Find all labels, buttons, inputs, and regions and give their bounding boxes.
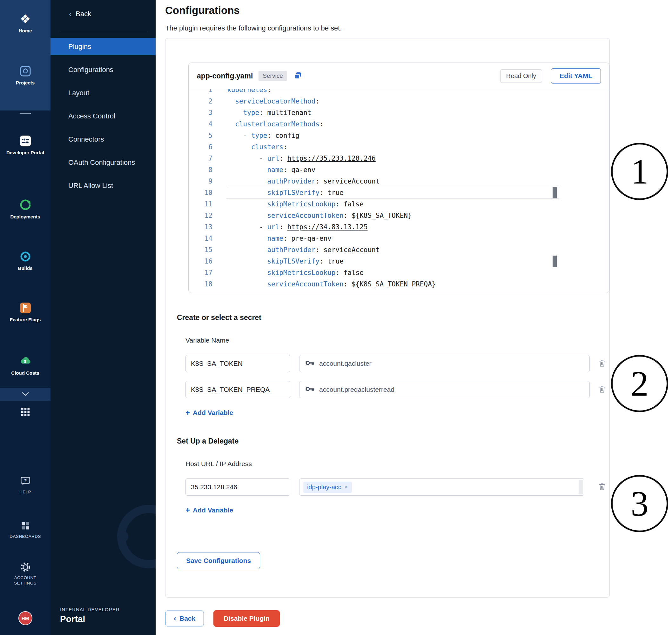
code-line-14[interactable]: 14 name: pre-qa-env [189, 233, 609, 244]
line-number: 4 [189, 118, 213, 130]
code-line-5[interactable]: 5 - type: config [189, 130, 609, 141]
trash-icon [598, 359, 606, 369]
rail-item-builds[interactable]: Builds [0, 249, 50, 271]
host-url-input[interactable] [186, 479, 290, 496]
code-line-12[interactable]: 12 serviceAccountToken: ${K8S_SA_TOKEN} [189, 210, 609, 221]
rail-collapse-strip[interactable] [0, 388, 50, 401]
submenu-item-access-control[interactable]: Access Control [50, 105, 156, 128]
code-line-6[interactable]: 6 clusters: [189, 141, 609, 153]
code-line-8[interactable]: 8 name: qa-env [189, 164, 609, 176]
code-editor[interactable]: 1kubernetes:2 serviceLocatorMethod:3 typ… [189, 89, 609, 293]
code-line-16[interactable]: 16 skipTLSVerify: true [189, 256, 609, 267]
code-line-2[interactable]: 2 serviceLocatorMethod: [189, 95, 609, 107]
rail-item-label: Projects [0, 80, 50, 86]
submenu-divider [60, 32, 148, 32]
service-badge: Service [259, 71, 287, 81]
main-content: Configurations The plugin requires the f… [156, 0, 672, 635]
configurations-card: app-config.yaml Service Read Only Edit Y… [165, 38, 610, 597]
submenu-item-plugins[interactable]: Plugins [50, 35, 156, 58]
copy-button[interactable] [294, 71, 302, 81]
delegate-tags-field[interactable]: idp-play-acc× [299, 479, 584, 496]
code-line-4[interactable]: 4 clusterLocatorMethods: [189, 118, 609, 130]
svg-text:?: ? [24, 478, 27, 483]
rail-item-label: Feature Flags [0, 317, 50, 323]
line-number: 6 [189, 141, 213, 153]
code-line-3[interactable]: 3 type: multiTenant [189, 107, 609, 118]
apps-grid-icon[interactable] [0, 408, 50, 416]
chevron-left-icon: ‹ [69, 9, 72, 18]
secret-selector[interactable]: account.qacluster [299, 355, 590, 372]
rail-item-home[interactable]: ❖Home [0, 12, 50, 34]
code-text: - url: https://34.83.13.125 [213, 221, 368, 233]
rail-item-dashboards[interactable]: DASHBOARDS [0, 518, 50, 540]
code-text: name: qa-env [213, 164, 316, 176]
line-number: 1 [189, 89, 213, 95]
harness-logo-icon: ❖ [0, 12, 50, 27]
edit-yaml-button[interactable]: Edit YAML [551, 68, 601, 84]
builds-icon [0, 249, 50, 264]
submenu-item-connectors[interactable]: Connectors [50, 128, 156, 151]
submenu-item-configurations[interactable]: Configurations [50, 58, 156, 81]
line-number: 9 [189, 176, 213, 187]
code-line-7[interactable]: 7 - url: https://35.233.128.246 [189, 153, 609, 164]
back-nav[interactable]: ‹ Back [69, 9, 91, 18]
dashboards-icon [0, 518, 50, 533]
delete-row-button[interactable] [597, 384, 608, 396]
code-line-1[interactable]: 1kubernetes: [189, 89, 609, 95]
add-variable-label: Add Variable [193, 506, 233, 514]
plus-icon: + [186, 506, 190, 514]
tag-chip[interactable]: idp-play-acc× [303, 482, 352, 493]
code-text: authProvider: serviceAccount [213, 244, 380, 256]
user-avatar[interactable]: HM [18, 611, 32, 625]
code-line-9[interactable]: 9 authProvider: serviceAccount [189, 176, 609, 187]
chevron-left-icon: ‹ [174, 615, 176, 622]
code-text: clusterLocatorMethods: [213, 118, 323, 130]
rail-item-cloud-costs[interactable]: $Cloud Costs [0, 354, 50, 376]
add-variable-link[interactable]: + Add Variable [186, 506, 233, 514]
code-text: skipMetricsLookup: false [213, 198, 364, 210]
back-button[interactable]: ‹ Back [165, 611, 204, 627]
rail-item-label: DASHBOARDS [0, 534, 50, 540]
rail-item-label: ACCOUNT SETTINGS [0, 575, 50, 586]
rail-item-label: Deployments [0, 214, 50, 220]
code-line-18[interactable]: 18 serviceAccountToken: ${K8S_SA_TOKEN_P… [189, 279, 609, 290]
code-text: name: pre-qa-env [213, 233, 331, 244]
rail-item-account-settings[interactable]: ACCOUNT SETTINGS [0, 560, 50, 586]
save-configurations-button[interactable]: Save Configurations [177, 552, 260, 569]
rail-item-help[interactable]: ?HELP [0, 474, 50, 495]
code-line-15[interactable]: 15 authProvider: serviceAccount [189, 244, 609, 256]
rail-item-feature-flags[interactable]: Feature Flags [0, 300, 50, 323]
scrollbar-mark[interactable] [552, 256, 557, 267]
code-line-11[interactable]: 11 skipMetricsLookup: false [189, 198, 609, 210]
code-line-13[interactable]: 13 - url: https://34.83.13.125 [189, 221, 609, 233]
line-number: 16 [189, 256, 213, 267]
code-line-10[interactable]: 10 skipTLSVerify: true [189, 187, 609, 198]
delete-row-button[interactable] [597, 357, 608, 370]
submenu-item-url-allow-list[interactable]: URL Allow List [50, 174, 156, 197]
submenu-item-layout[interactable]: Layout [50, 81, 156, 105]
line-number: 11 [189, 198, 213, 210]
disable-plugin-button[interactable]: Disable Plugin [213, 610, 280, 627]
remove-tag-icon[interactable]: × [345, 484, 348, 490]
secret-selector[interactable]: account.preqaclusterread [299, 381, 590, 398]
footer-actions: ‹ Back Disable Plugin [165, 610, 280, 627]
rail-item-developer-portal[interactable]: Developer Portal [0, 133, 50, 156]
delete-row-button[interactable] [597, 481, 608, 494]
code-text: clusters: [213, 141, 287, 153]
scrollbar-mark[interactable] [552, 187, 557, 198]
developer-portal-icon [0, 133, 50, 149]
rail-item-deployments[interactable]: Deployments [0, 197, 50, 220]
line-number: 10 [189, 187, 213, 198]
key-icon [305, 359, 315, 368]
code-line-17[interactable]: 17 skipMetricsLookup: false [189, 267, 609, 279]
rail-item-projects[interactable]: Projects [0, 64, 50, 86]
plus-icon: + [186, 409, 190, 417]
rail-item-label: HELP [0, 489, 50, 495]
add-variable-link[interactable]: + Add Variable [186, 409, 233, 417]
submenu-item-oauth-configurations[interactable]: OAuth Configurations [50, 151, 156, 174]
read-only-badge: Read Only [500, 69, 542, 83]
footer-eyebrow: INTERNAL DEVELOPER [60, 607, 120, 612]
secret-row: account.qacluster [186, 355, 609, 372]
variable-name-input[interactable] [186, 355, 290, 372]
variable-name-input[interactable] [186, 381, 290, 398]
